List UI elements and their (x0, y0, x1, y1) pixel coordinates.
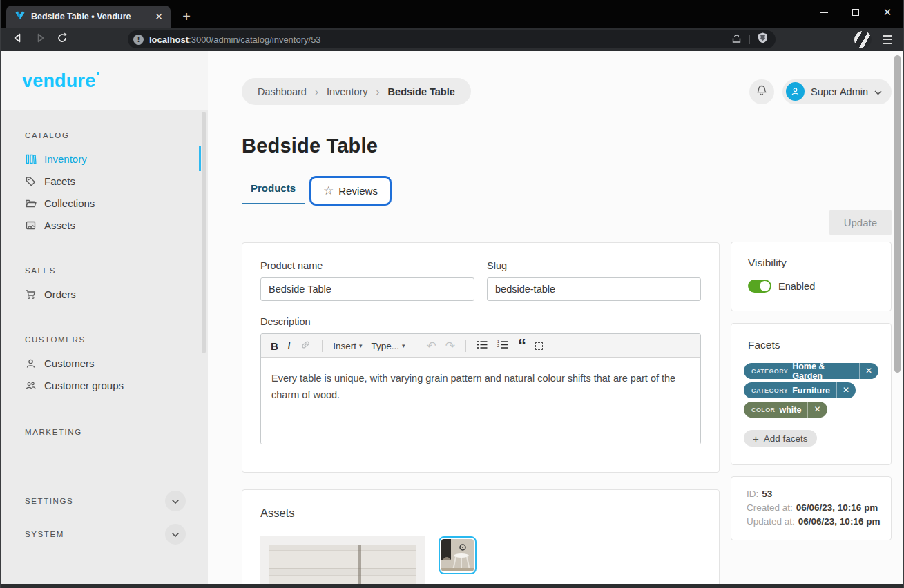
url-text[interactable]: localhost:3000/admin/catalog/inventory/5… (149, 35, 725, 45)
section-header-catalog: CATALOG (25, 131, 208, 139)
undo-icon[interactable]: ↶ (427, 340, 436, 352)
insert-dropdown[interactable]: Insert▾ (333, 341, 362, 351)
breadcrumb-dashboard[interactable]: Dashboard (258, 86, 307, 97)
asset-thumbnail-selected[interactable] (439, 536, 477, 574)
visibility-heading: Visibility (748, 257, 874, 269)
ordered-list-icon[interactable]: 12 (497, 340, 509, 353)
type-dropdown[interactable]: Type...▾ (371, 341, 405, 351)
chevron-down-icon (171, 528, 180, 540)
redo-icon[interactable]: ↷ (445, 340, 455, 352)
back-icon[interactable] (12, 32, 24, 47)
bold-button[interactable]: B (271, 340, 278, 352)
sidebar-item-collections[interactable]: Collections (25, 192, 208, 214)
browser-tab[interactable]: Bedside Table • Vendure ✕ (6, 6, 171, 28)
sidebar-item-facets[interactable]: Facets (25, 170, 208, 192)
breadcrumb-separator-icon: › (376, 86, 380, 97)
logo-trademark-dot (97, 72, 99, 75)
image-icon (25, 219, 37, 231)
sidebar-item-orders[interactable]: Orders (25, 283, 208, 305)
forward-icon[interactable] (34, 32, 46, 47)
sidebar-item-customers[interactable]: Customers (25, 352, 208, 374)
browser-window: Bedside Table • Vendure ✕ + ✕ ! localhos… (0, 0, 904, 588)
blockquote-icon[interactable]: “ (518, 342, 526, 350)
section-header-customers: CUSTOMERS (25, 335, 208, 344)
settings-expand-button[interactable] (165, 491, 186, 511)
tab-close-icon[interactable]: ✕ (153, 10, 165, 23)
id-value: 53 (762, 489, 772, 499)
browser-toolbar: ! localhost:3000/admin/catalog/inventory… (1, 28, 903, 51)
bullet-list-icon[interactable] (477, 340, 488, 353)
slug-label: Slug (487, 260, 701, 271)
tabs: Products ☆ Reviews (242, 173, 892, 204)
facet-chip: CATEGORY Furniture ✕ (744, 382, 856, 398)
tab-title: Bedside Table • Vendure (31, 12, 147, 21)
sidebar-item-settings[interactable]: SETTINGS (25, 491, 186, 511)
remove-facet-icon[interactable]: ✕ (859, 363, 878, 379)
created-at-value: 06/06/23, 10:16 pm (796, 502, 878, 513)
vendure-logo[interactable]: vendure (22, 70, 95, 92)
tab-reviews[interactable]: ☆ Reviews (309, 176, 392, 206)
sidebar-item-customer-groups[interactable]: Customer groups (25, 374, 208, 396)
browser-titlebar: Bedside Table • Vendure ✕ + ✕ (1, 0, 903, 28)
window-minimize-button[interactable] (808, 0, 840, 25)
italic-button[interactable]: I (287, 340, 291, 352)
user-icon (25, 357, 37, 369)
url-bar[interactable]: ! localhost:3000/admin/catalog/inventory… (128, 30, 776, 48)
users-icon (25, 380, 37, 391)
section-header-marketing: MARKETING (25, 428, 208, 436)
notifications-button[interactable] (749, 79, 774, 104)
browser-menu-icon[interactable] (883, 35, 892, 44)
page-scrollbar[interactable] (893, 51, 902, 584)
enabled-toggle[interactable] (748, 280, 771, 293)
slug-input[interactable] (487, 277, 701, 301)
sidebar-item-system[interactable]: SYSTEM (25, 524, 186, 545)
window-maximize-button[interactable] (840, 0, 872, 25)
site-info-icon[interactable]: ! (133, 35, 144, 45)
breadcrumb-inventory[interactable]: Inventory (327, 86, 368, 97)
bell-icon (756, 84, 768, 99)
code-block-icon[interactable] (535, 342, 543, 350)
user-name: Super Admin (811, 86, 868, 97)
sidebar-scrollbar[interactable] (202, 112, 206, 353)
description-editor[interactable]: Every table is unique, with varying grai… (261, 358, 700, 444)
facets-heading: Facets (744, 339, 878, 351)
remove-facet-icon[interactable]: ✕ (807, 402, 827, 418)
product-name-input[interactable] (260, 277, 474, 301)
facet-chip: CATEGORY Home & Garden ✕ (744, 363, 878, 379)
sidebar-divider (25, 467, 186, 467)
plus-icon: + (753, 433, 759, 444)
sidebar: vendure CATALOG Inventory (1, 51, 208, 584)
window-close-button[interactable]: ✕ (872, 0, 903, 25)
reload-icon[interactable] (56, 32, 68, 47)
page-title: Bedside Table (242, 135, 892, 157)
update-button[interactable]: Update (829, 210, 892, 235)
assets-heading: Assets (260, 507, 701, 520)
toolbar-divider (749, 35, 750, 44)
sidebar-item-assets[interactable]: Assets (25, 214, 208, 236)
scrollbar-thumb[interactable] (894, 55, 901, 373)
link-icon[interactable] (300, 339, 311, 353)
visibility-card: Visibility Enabled (731, 242, 892, 311)
facets-card: Facets CATEGORY Home & Garden ✕ CATEGORY… (731, 323, 892, 465)
sidebar-item-inventory[interactable]: Inventory (25, 148, 208, 170)
entity-info-card: ID: 53 Created at: 06/06/23, 10:16 pm Up… (731, 476, 892, 540)
remove-facet-icon[interactable]: ✕ (836, 382, 856, 398)
tab-products[interactable]: Products (242, 182, 305, 204)
featured-asset-image[interactable] (260, 536, 425, 584)
facet-chip: COLOR white ✕ (744, 402, 827, 418)
browser-profile-avatar[interactable] (854, 31, 872, 48)
section-header-sales: SALES (25, 266, 208, 275)
user-menu[interactable]: Super Admin (782, 79, 892, 104)
share-icon[interactable] (731, 32, 742, 47)
new-tab-button[interactable]: + (177, 8, 195, 26)
main-content: Dashboard › Inventory › Bedside Table (208, 51, 903, 584)
brave-shield-icon[interactable] (757, 32, 769, 47)
product-name-label: Product name (260, 260, 474, 271)
add-facets-button[interactable]: + Add facets (744, 430, 817, 447)
avatar (786, 82, 805, 101)
assets-card: Assets (242, 489, 720, 584)
system-expand-button[interactable] (165, 524, 186, 545)
breadcrumb: Dashboard › Inventory › Bedside Table (242, 78, 471, 105)
rich-text-editor: B I Insert▾ Type...▾ (260, 333, 701, 444)
tag-icon (25, 175, 37, 187)
